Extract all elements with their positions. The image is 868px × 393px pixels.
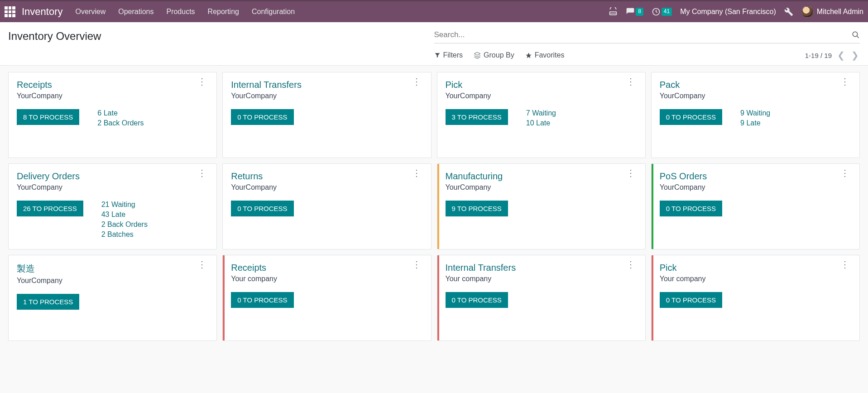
card-title[interactable]: Internal Transfers xyxy=(231,80,302,90)
kanban-card[interactable]: PackYourCompany⋮0 TO PROCESS9 Waiting9 L… xyxy=(651,72,860,158)
card-body: 0 TO PROCESS xyxy=(231,109,422,125)
card-body: 9 TO PROCESS xyxy=(446,201,637,216)
card-title[interactable]: 製造 xyxy=(17,263,62,275)
kebab-icon[interactable]: ⋮ xyxy=(839,263,851,266)
apps-icon[interactable] xyxy=(5,6,15,17)
process-button[interactable]: 0 TO PROCESS xyxy=(231,292,293,308)
pager-next-icon[interactable]: ❯ xyxy=(850,50,860,61)
stat-link[interactable]: 6 Late xyxy=(97,109,144,117)
process-button[interactable]: 3 TO PROCESS xyxy=(446,109,508,125)
process-button[interactable]: 26 TO PROCESS xyxy=(17,201,83,216)
card-title[interactable]: Pack xyxy=(660,80,705,90)
pager-range[interactable]: 1-19 / 19 xyxy=(805,52,832,59)
filters-button[interactable]: Filters xyxy=(434,51,463,59)
stat-link[interactable]: 43 Late xyxy=(101,211,148,219)
process-button[interactable]: 8 TO PROCESS xyxy=(17,109,79,125)
stat-link[interactable]: 2 Back Orders xyxy=(101,220,148,229)
kanban-card[interactable]: ReceiptsYourCompany⋮8 TO PROCESS6 Late2 … xyxy=(8,72,217,158)
kanban-card[interactable]: PickYourCompany⋮3 TO PROCESS7 Waiting10 … xyxy=(437,72,646,158)
card-title[interactable]: Receipts xyxy=(231,263,277,273)
process-button[interactable]: 0 TO PROCESS xyxy=(660,201,722,216)
card-title[interactable]: Manufacturing xyxy=(446,171,503,182)
stat-link[interactable]: 7 Waiting xyxy=(526,109,556,117)
card-stripe xyxy=(437,255,439,340)
activities-icon[interactable]: 41 xyxy=(652,7,672,16)
menu-configuration[interactable]: Configuration xyxy=(252,8,295,16)
debug-icon[interactable] xyxy=(784,7,793,16)
kanban-card[interactable]: Delivery OrdersYourCompany⋮26 TO PROCESS… xyxy=(8,163,217,249)
svg-line-8 xyxy=(857,36,859,38)
search-bar[interactable] xyxy=(434,29,860,43)
kanban-card[interactable]: PoS OrdersYourCompany⋮0 TO PROCESS xyxy=(651,163,860,249)
kanban-card[interactable]: ReturnsYourCompany⋮0 TO PROCESS xyxy=(222,163,431,249)
user-menu[interactable]: Mitchell Admin xyxy=(801,6,863,18)
card-company: YourCompany xyxy=(17,92,62,100)
kanban-card[interactable]: 製造YourCompany⋮1 TO PROCESS xyxy=(8,255,217,341)
stat-link[interactable]: 21 Waiting xyxy=(101,201,148,209)
kebab-icon[interactable]: ⋮ xyxy=(196,171,208,175)
search-input[interactable] xyxy=(434,29,852,41)
process-button[interactable]: 0 TO PROCESS xyxy=(660,292,722,308)
card-company: YourCompany xyxy=(17,277,62,285)
process-button[interactable]: 1 TO PROCESS xyxy=(17,294,79,310)
kebab-icon[interactable]: ⋮ xyxy=(624,263,637,266)
kebab-icon[interactable]: ⋮ xyxy=(624,171,637,175)
stat-link[interactable]: 9 Waiting xyxy=(740,109,770,117)
card-stripe xyxy=(652,164,653,249)
card-body: 0 TO PROCESS xyxy=(231,292,422,308)
card-body: 3 TO PROCESS7 Waiting10 Late xyxy=(446,109,637,127)
groupby-button[interactable]: Group By xyxy=(474,51,514,59)
stat-link[interactable]: 2 Back Orders xyxy=(97,119,144,127)
card-body: 8 TO PROCESS6 Late2 Back Orders xyxy=(17,109,208,127)
kebab-icon[interactable]: ⋮ xyxy=(196,80,208,83)
menu-reporting[interactable]: Reporting xyxy=(208,8,239,16)
process-button[interactable]: 0 TO PROCESS xyxy=(231,109,293,125)
app-brand[interactable]: Inventory xyxy=(22,6,63,18)
stat-link[interactable]: 2 Batches xyxy=(101,230,148,239)
messages-icon[interactable]: 8 xyxy=(626,7,643,16)
card-header: ReceiptsYour company⋮ xyxy=(231,263,422,283)
kebab-icon[interactable]: ⋮ xyxy=(839,80,851,83)
card-title[interactable]: Receipts xyxy=(17,80,62,90)
card-title[interactable]: Internal Transfers xyxy=(446,263,516,273)
svg-point-7 xyxy=(853,32,858,37)
card-title[interactable]: Delivery Orders xyxy=(17,171,80,182)
groupby-label: Group By xyxy=(484,51,514,59)
process-button[interactable]: 0 TO PROCESS xyxy=(231,201,293,216)
kanban-card[interactable]: ManufacturingYourCompany⋮9 TO PROCESS xyxy=(437,163,646,249)
avatar xyxy=(801,6,813,18)
pager: 1-19 / 19 ❮ ❯ xyxy=(805,50,860,61)
voip-icon[interactable] xyxy=(609,7,618,16)
favorites-button[interactable]: Favorites xyxy=(525,51,565,59)
menu-products[interactable]: Products xyxy=(166,8,195,16)
kebab-icon[interactable]: ⋮ xyxy=(196,263,208,266)
kebab-icon[interactable]: ⋮ xyxy=(839,171,851,175)
process-button[interactable]: 0 TO PROCESS xyxy=(446,292,508,308)
process-button[interactable]: 0 TO PROCESS xyxy=(660,109,722,125)
card-title[interactable]: Pick xyxy=(446,80,491,90)
kanban-card[interactable]: ReceiptsYour company⋮0 TO PROCESS xyxy=(222,255,431,341)
card-title[interactable]: Returns xyxy=(231,171,277,182)
card-header: PackYourCompany⋮ xyxy=(660,80,851,100)
menu-operations[interactable]: Operations xyxy=(118,8,153,16)
kanban-card[interactable]: PickYour company⋮0 TO PROCESS xyxy=(651,255,860,341)
kebab-icon[interactable]: ⋮ xyxy=(624,80,637,83)
kebab-icon[interactable]: ⋮ xyxy=(410,263,423,266)
kanban-card[interactable]: Internal TransfersYourCompany⋮0 TO PROCE… xyxy=(222,72,431,158)
card-title[interactable]: PoS Orders xyxy=(660,171,707,182)
card-title[interactable]: Pick xyxy=(660,263,706,273)
card-body: 0 TO PROCESS xyxy=(446,292,637,308)
kebab-icon[interactable]: ⋮ xyxy=(410,171,423,175)
filters-label: Filters xyxy=(443,51,463,59)
stat-link[interactable]: 9 Late xyxy=(740,119,770,127)
card-header: Internal TransfersYourCompany⋮ xyxy=(231,80,422,100)
stat-link[interactable]: 10 Late xyxy=(526,119,556,127)
search-icon[interactable] xyxy=(852,31,860,39)
user-name: Mitchell Admin xyxy=(817,8,863,16)
process-button[interactable]: 9 TO PROCESS xyxy=(446,201,508,216)
menu-overview[interactable]: Overview xyxy=(76,8,106,16)
pager-prev-icon[interactable]: ❮ xyxy=(836,50,846,61)
kebab-icon[interactable]: ⋮ xyxy=(410,80,423,83)
company-switcher[interactable]: My Company (San Francisco) xyxy=(680,8,776,16)
kanban-card[interactable]: Internal TransfersYour company⋮0 TO PROC… xyxy=(437,255,646,341)
